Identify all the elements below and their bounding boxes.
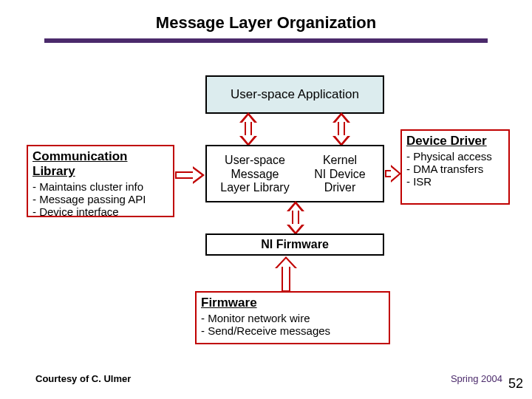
arrow-app-userspace xyxy=(241,115,256,144)
ni-firmware-box: NI Firmware xyxy=(205,233,384,256)
user-space-app-label: User-space Application xyxy=(231,87,359,102)
comm-library-callout: Communication Library - Maintains cluste… xyxy=(27,145,174,217)
message-layer-box: User-space Message Layer Library Kernel … xyxy=(205,145,384,202)
comm-library-header: Communication Library xyxy=(33,149,168,179)
arrow-app-kernel xyxy=(334,115,349,144)
arrow-firmware-callout xyxy=(277,256,295,290)
arrow-mid-to-driver xyxy=(385,166,401,181)
msg-lib-l1: User-space xyxy=(225,154,285,167)
msg-lib-l3: Layer Library xyxy=(220,181,289,194)
kernel-l2: NI Device xyxy=(314,168,365,181)
arrow-mid-firmware xyxy=(288,203,303,233)
firmware-callout: Firmware - Monitor network wire - Send/R… xyxy=(195,291,390,344)
firmware-item: - Send/Receive messages xyxy=(201,324,384,337)
device-driver-item: - DMA transfers xyxy=(406,163,504,175)
device-driver-item: - ISR xyxy=(406,175,504,188)
user-space-app-box: User-space Application xyxy=(205,75,384,114)
firmware-item: - Monitor network wire xyxy=(201,312,384,324)
kernel-l3: Driver xyxy=(324,181,356,194)
device-driver-item: - Physical access xyxy=(406,150,504,163)
arrow-comm-to-mid xyxy=(175,168,205,183)
page-number: 52 xyxy=(508,376,523,392)
term-label: Spring 2004 xyxy=(451,373,502,384)
firmware-header: Firmware xyxy=(201,296,384,310)
slide-title: Message Layer Organization xyxy=(0,0,532,38)
msg-lib-l2: Message xyxy=(231,168,279,181)
courtesy-line: Courtesy of C. Ulmer xyxy=(35,373,131,384)
comm-library-item: - Maintains cluster info xyxy=(33,180,168,193)
device-driver-header: Device Driver xyxy=(406,134,504,149)
user-space-msg-lib: User-space Message Layer Library xyxy=(211,150,299,199)
kernel-ni-driver: Kernel NI Device Driver xyxy=(301,150,378,199)
device-driver-callout: Device Driver - Physical access - DMA tr… xyxy=(400,129,510,205)
comm-library-item: - Message passing API xyxy=(33,193,168,205)
title-rule xyxy=(44,38,488,43)
comm-library-item: - Device interface xyxy=(33,205,168,218)
ni-firmware-label: NI Firmware xyxy=(261,238,329,251)
kernel-l1: Kernel xyxy=(323,154,357,167)
